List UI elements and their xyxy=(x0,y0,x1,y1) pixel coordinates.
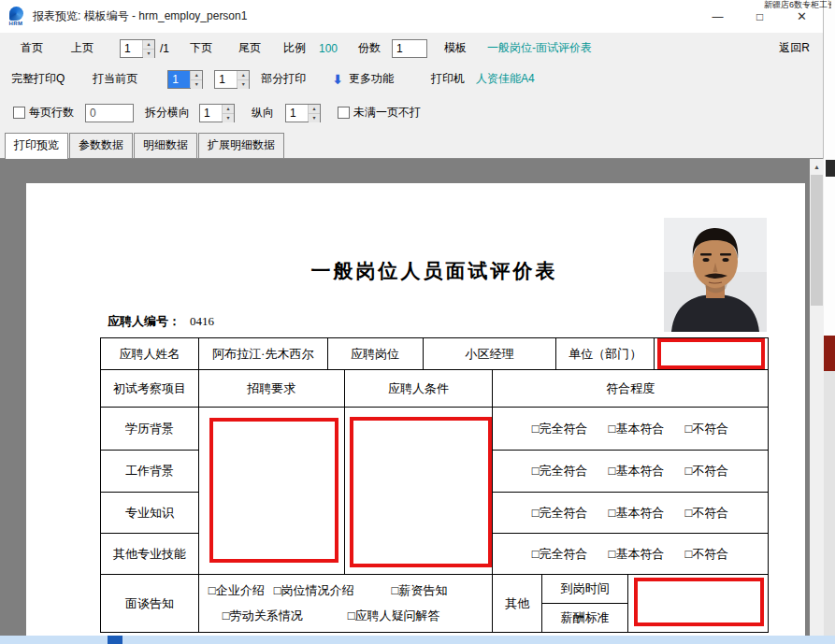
rows-per-page-checkbox[interactable] xyxy=(13,107,25,119)
tab-print-preview[interactable]: 打印预览 xyxy=(5,133,68,159)
vertical-scrollbar[interactable]: ▲ xyxy=(810,159,824,644)
degree-option-checkbox[interactable]: □完全符合 xyxy=(532,505,588,522)
interview-option-checkbox[interactable]: □企业介绍 xyxy=(209,582,265,599)
spinner-down-icon[interactable]: ▾ xyxy=(143,50,154,58)
interview-option-checkbox[interactable]: □薪资告知 xyxy=(392,582,448,599)
prev-page-button[interactable]: 上页 xyxy=(71,40,94,56)
taskbar-app-icon[interactable] xyxy=(108,636,122,644)
template-label: 模板 xyxy=(444,40,467,56)
interview-option-checkbox[interactable]: □应聘人疑问解答 xyxy=(348,608,440,624)
degree-options-column: □完全符合 □基本符合 □不符合 □完全符合 □基本符合 □不符合 □完全符合 … xyxy=(493,408,769,575)
annotation-box-condition xyxy=(350,417,492,567)
nav-toolbar: 首页 上页 1 ▴ ▾ /1 下页 尾页 比例 100 份数 模板 一般岗位-面… xyxy=(0,33,823,64)
applicant-number-label: 应聘人编号： xyxy=(108,314,180,328)
other-label-cell: 其他 xyxy=(493,575,542,633)
window-title: 报表预览: 模板编号 - hrm_employ_person1 xyxy=(33,8,247,24)
split-vertical-spinner[interactable]: 1 ▴ ▾ xyxy=(285,104,321,122)
degree-option-checkbox[interactable]: □不符合 xyxy=(684,546,728,563)
background-dark-block xyxy=(826,160,835,177)
tab-extended-detail-data[interactable]: 扩展明细数据 xyxy=(198,133,284,158)
page-number-value[interactable]: 1 xyxy=(121,40,142,57)
degree-option-checkbox[interactable]: □基本符合 xyxy=(609,505,665,522)
skip-partial-page-label: 未满一页不打 xyxy=(353,105,421,121)
taskbar xyxy=(0,636,835,644)
spinner-up-icon[interactable]: ▴ xyxy=(143,40,154,50)
rows-per-page-label: 每页行数 xyxy=(29,105,74,121)
back-button[interactable]: 返回R xyxy=(779,40,810,56)
degree-options-cell: □完全符合 □基本符合 □不符合 xyxy=(493,408,769,451)
full-print-button[interactable]: 完整打印Q xyxy=(11,71,65,87)
scale-value[interactable]: 100 xyxy=(319,42,338,55)
range-to-value[interactable]: 1 xyxy=(215,71,237,88)
rows-per-page-input[interactable] xyxy=(85,104,134,122)
interview-options-cell: □企业介绍 □岗位情况介绍 □薪资告知 □劳动关系情况 □应聘人疑问解答 xyxy=(199,575,494,633)
degree-option-checkbox[interactable]: □基本符合 xyxy=(609,421,665,437)
tab-detail-data[interactable]: 明细数据 xyxy=(134,133,197,158)
interview-options-line1: □企业介绍 □岗位情况介绍 □薪资告知 xyxy=(209,582,448,599)
template-link[interactable]: 一般岗位-面试评价表 xyxy=(487,40,592,56)
page-canvas: 一般岗位人员面试评价表 xyxy=(26,183,805,644)
spinner-up-icon[interactable]: ▴ xyxy=(191,71,202,80)
degree-option-checkbox[interactable]: □完全符合 xyxy=(532,421,588,437)
degree-option-checkbox[interactable]: □不符合 xyxy=(684,421,728,437)
page-number-spinner[interactable]: 1 ▴ ▾ xyxy=(120,39,155,58)
copies-input[interactable] xyxy=(392,39,427,58)
spinner-up-icon[interactable]: ▴ xyxy=(223,105,234,114)
interview-option-checkbox[interactable]: □劳动关系情况 xyxy=(223,608,303,624)
name-label-cell: 应聘人姓名 xyxy=(101,338,199,370)
degree-option-checkbox[interactable]: □基本符合 xyxy=(609,463,665,479)
spinner-down-icon[interactable]: ▾ xyxy=(223,114,234,122)
degree-option-checkbox[interactable]: □基本符合 xyxy=(609,546,665,563)
partial-print-button[interactable]: 部分打印 xyxy=(261,71,306,87)
header-requirement-cell: 招聘要求 xyxy=(199,370,345,408)
scrollbar-thumb[interactable] xyxy=(811,175,823,306)
split-horizontal-spinner[interactable]: 1 ▴ ▾ xyxy=(199,104,235,122)
more-functions-button[interactable]: 更多功能 xyxy=(349,71,394,87)
tab-parameter-data[interactable]: 参数数据 xyxy=(69,133,133,158)
background-window-text: 新疆店6数专柜工资 xyxy=(764,0,831,8)
split-horizontal-value[interactable]: 1 xyxy=(200,105,222,122)
interview-option-checkbox[interactable]: □岗位情况介绍 xyxy=(274,582,354,599)
report-preview-window: HRM 报表预览: 模板编号 - hrm_employ_person1 — □ … xyxy=(0,0,824,644)
background-red-block xyxy=(824,336,835,371)
degree-option-checkbox[interactable]: □完全符合 xyxy=(532,463,588,479)
background-window-strip xyxy=(824,0,835,644)
criteria-label-column: 学历背景 工作背景 专业知识 其他专业技能 xyxy=(101,408,199,575)
spinner-down-icon[interactable]: ▾ xyxy=(191,80,202,89)
spinner-up-icon[interactable]: ▴ xyxy=(238,71,249,80)
name-value-cell: 阿布拉江·先木西尔 xyxy=(199,338,328,370)
page-total-label: /1 xyxy=(160,42,169,55)
split-horizontal-label: 拆分横向 xyxy=(145,105,190,121)
annotation-box-other xyxy=(634,578,764,626)
range-from-value[interactable]: 1 xyxy=(168,71,190,88)
printer-label: 打印机 xyxy=(431,71,465,87)
position-value-cell: 小区经理 xyxy=(424,338,557,370)
scroll-up-icon[interactable]: ▲ xyxy=(810,159,824,174)
range-from-spinner[interactable]: 1 ▴ ▾ xyxy=(167,70,203,89)
first-page-button[interactable]: 首页 xyxy=(21,40,43,56)
applicant-photo xyxy=(664,218,767,332)
last-page-button[interactable]: 尾页 xyxy=(238,40,261,56)
other-sublabels-column: 到岗时间 薪酬标准 xyxy=(542,575,628,633)
spinner-down-icon[interactable]: ▾ xyxy=(238,80,249,89)
degree-option-checkbox[interactable]: □不符合 xyxy=(684,463,728,479)
options-toolbar: 每页行数 拆分横向 1 ▴ ▾ 纵向 1 ▴ ▾ 未满一页不打 xyxy=(0,94,823,131)
printer-link[interactable]: 人资佳能A4 xyxy=(476,71,535,87)
spinner-down-icon[interactable]: ▾ xyxy=(309,114,320,122)
degree-options-cell: □完全符合 □基本符合 □不符合 xyxy=(493,534,769,575)
print-current-page-button[interactable]: 打当前页 xyxy=(93,71,137,87)
degree-option-checkbox[interactable]: □不符合 xyxy=(684,505,728,522)
table-header-row: 初试考察项目 招聘要求 应聘人条件 符合程度 xyxy=(101,370,769,408)
background-gray-block xyxy=(824,371,835,636)
criteria-label-cell: 其他专业技能 xyxy=(101,534,199,575)
app-logo-icon: HRM xyxy=(5,5,27,29)
next-page-button[interactable]: 下页 xyxy=(190,40,212,56)
range-to-spinner[interactable]: 1 ▴ ▾ xyxy=(214,70,250,89)
degree-option-checkbox[interactable]: □完全符合 xyxy=(532,546,588,563)
skip-partial-page-checkbox[interactable] xyxy=(338,107,350,119)
spinner-up-icon[interactable]: ▴ xyxy=(309,105,320,114)
arrival-time-cell: 到岗时间 xyxy=(542,575,628,604)
minimize-button[interactable]: — xyxy=(697,0,739,33)
split-vertical-value[interactable]: 1 xyxy=(286,105,308,122)
copies-label: 份数 xyxy=(358,40,381,56)
